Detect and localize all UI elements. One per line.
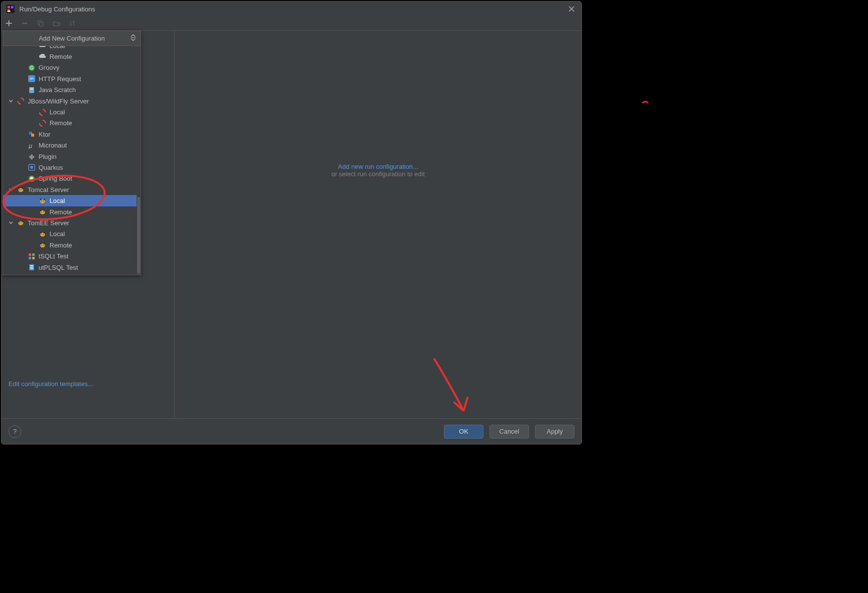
config-label: Tomcat Server: [28, 186, 69, 194]
main-pane: Add new run configuration... or select r…: [175, 31, 581, 418]
config-label: Local: [49, 230, 65, 238]
cancel-button[interactable]: Cancel: [489, 425, 529, 439]
scratch-icon: [28, 86, 36, 94]
tsqlt-icon: [28, 252, 36, 260]
svg-rect-41: [32, 257, 35, 259]
popup-title-text: Add New Configuration: [39, 35, 105, 42]
config-item-quarkus[interactable]: Quarkus: [3, 162, 137, 173]
config-label: HTTP Request: [39, 75, 81, 83]
spring-icon: [28, 175, 36, 183]
svg-rect-38: [29, 253, 31, 256]
config-item-micronaut[interactable]: μMicronaut: [3, 140, 137, 151]
config-label: Java Scratch: [39, 86, 76, 94]
chevron-down-icon: [8, 99, 14, 103]
config-label: JBoss/WildFly Server: [28, 98, 89, 105]
tomcat-icon: [17, 186, 25, 194]
config-item-spring-boot[interactable]: Spring Boot: [3, 173, 137, 184]
svg-point-34: [43, 234, 44, 235]
remove-icon[interactable]: [20, 19, 29, 28]
config-item-http-request[interactable]: APIHTTP Request: [3, 73, 137, 84]
config-item-tomee-server[interactable]: TomEE Server: [3, 217, 137, 228]
svg-point-26: [40, 210, 45, 214]
tomcat-icon: [39, 230, 47, 238]
jboss-icon: [17, 97, 25, 105]
svg-point-24: [41, 200, 42, 201]
svg-point-29: [18, 221, 23, 225]
svg-point-31: [21, 223, 22, 224]
footer: ? OK Cancel Apply: [1, 418, 581, 444]
config-item-local[interactable]: Local: [3, 106, 137, 117]
config-label: Plugin: [39, 153, 56, 160]
tomcat-icon: [39, 241, 47, 249]
edit-templates-link[interactable]: Edit configuration templates...: [8, 380, 93, 388]
popup-list: LocalRemoteGGroovyAPIHTTP RequestJava Sc…: [3, 46, 141, 275]
add-new-config-link[interactable]: Add new run configuration...: [338, 163, 418, 170]
ok-button[interactable]: OK: [444, 425, 483, 439]
svg-point-20: [18, 188, 23, 192]
annotation-mark: [641, 98, 651, 108]
svg-rect-13: [30, 89, 33, 90]
svg-point-32: [40, 233, 45, 237]
add-icon[interactable]: [4, 19, 13, 28]
main-subtext: or select run configuration to edit: [332, 170, 425, 178]
config-label: Micronaut: [39, 142, 67, 149]
micro-icon: μ: [28, 142, 36, 149]
groovy-icon: G: [28, 64, 36, 72]
config-label: tSQLt Test: [39, 252, 68, 260]
config-item-remote[interactable]: Remote: [3, 206, 137, 217]
config-item-groovy[interactable]: GGroovy: [3, 62, 137, 73]
svg-rect-12: [30, 88, 33, 89]
config-item-plugin[interactable]: Plugin: [3, 151, 137, 162]
config-item-utplsql-test[interactable]: utPLSQL Test: [3, 262, 137, 273]
collapse-icon[interactable]: [130, 34, 137, 43]
config-item-local[interactable]: Local: [3, 195, 137, 206]
svg-text:API: API: [30, 77, 34, 80]
close-icon[interactable]: [567, 4, 577, 14]
config-item-ktor[interactable]: Ktor: [3, 129, 137, 140]
config-item-tsqlt-test[interactable]: tSQLt Test: [3, 250, 137, 261]
apply-button[interactable]: Apply: [535, 425, 575, 439]
sort-icon[interactable]: [68, 19, 77, 28]
folder-icon[interactable]: [52, 19, 61, 28]
copy-icon[interactable]: [36, 19, 45, 28]
svg-rect-6: [40, 22, 43, 26]
config-label: Remote: [49, 208, 72, 216]
config-label: Remote: [49, 119, 72, 127]
scrollbar-track[interactable]: [137, 46, 141, 275]
scrollbar-thumb[interactable]: [137, 197, 140, 274]
svg-point-37: [43, 245, 44, 246]
titlebar: Run/Debug Configurations: [1, 1, 581, 16]
config-item-remote[interactable]: Remote: [3, 51, 137, 62]
config-label: Remote: [49, 53, 72, 60]
config-item-tomcat-server[interactable]: Tomcat Server: [3, 184, 137, 195]
jboss-icon: [39, 108, 47, 116]
http-icon: API: [28, 75, 36, 83]
tomcat-icon: [17, 219, 25, 227]
add-config-popup: Add New Configuration LocalRemoteGGroovy…: [2, 31, 141, 275]
config-label: Quarkus: [39, 164, 63, 171]
config-item-jboss-wildfly-server[interactable]: JBoss/WildFly Server: [3, 96, 137, 106]
tomcat-icon: [39, 208, 47, 216]
svg-text:G: G: [30, 65, 33, 70]
svg-rect-11: [29, 87, 34, 93]
svg-rect-45: [30, 268, 33, 269]
config-item-local[interactable]: Local: [3, 229, 137, 240]
toolbar: [1, 16, 581, 30]
svg-point-21: [19, 189, 20, 190]
svg-rect-43: [30, 265, 33, 266]
config-item-java-scratch[interactable]: Java Scratch: [3, 85, 137, 96]
config-label: Local: [49, 197, 65, 204]
help-icon[interactable]: ?: [8, 425, 21, 438]
config-item-remote[interactable]: Remote: [3, 118, 137, 129]
tomcat-icon: [39, 197, 47, 205]
config-label: Groovy: [39, 64, 59, 71]
jboss-icon: [39, 119, 47, 127]
svg-rect-1: [7, 6, 10, 8]
quarkus-icon: [28, 163, 36, 171]
config-item-remote[interactable]: Remote: [3, 240, 137, 250]
config-item-local[interactable]: Local: [3, 46, 137, 51]
dialog-body: Add New Configuration LocalRemoteGGroovy…: [1, 30, 581, 418]
svg-rect-2: [11, 6, 13, 8]
intellij-icon: [6, 5, 14, 13]
config-label: Local: [49, 108, 65, 116]
